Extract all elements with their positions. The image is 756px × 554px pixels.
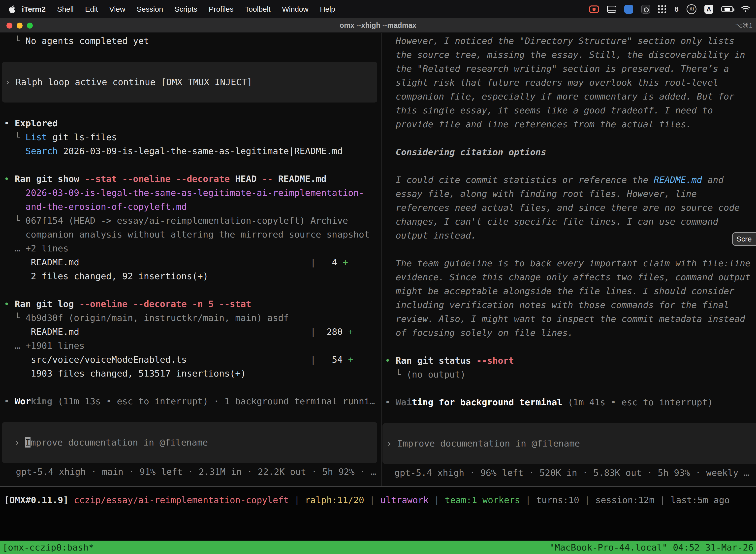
terminal-line: changes, I can't cite specific file line… <box>381 215 756 229</box>
text-run: mprove documentation in @filename <box>30 437 208 447</box>
window-manager-icon[interactable] <box>607 6 616 13</box>
text-run: (11m 13s • esc to interrupt) · 1 backgro… <box>52 396 375 406</box>
terminal-area: └ No agents completed yet› Ralph loop ac… <box>0 33 756 486</box>
text-run: git status <box>417 355 476 366</box>
text-run: provide file and line references from th… <box>385 119 691 129</box>
text-run: | <box>429 495 445 505</box>
grid-dots-icon[interactable] <box>658 5 667 13</box>
terminal-line: • Ran git status --short <box>381 354 756 368</box>
text-run: However, I noticed the "Directory Struct… <box>385 36 735 46</box>
menu-item-scripts[interactable]: Scripts <box>169 5 203 13</box>
menu-item-session[interactable]: Session <box>131 5 169 13</box>
screen-notification-popup[interactable]: Scre <box>732 232 756 246</box>
text-run: companion file, especially if more comme… <box>385 91 735 102</box>
terminal-line: the "Related research writing" section i… <box>381 62 756 76</box>
battery-gauge-icon[interactable]: .61 <box>687 4 696 14</box>
text-run: references need actual files, and since … <box>385 203 740 213</box>
terminal-line: and-the-erosion-of-copyleft.md <box>0 200 381 214</box>
terminal-line: output instead. <box>381 229 756 242</box>
text-run: No agents completed yet <box>25 36 149 46</box>
terminal-line: src/voice/voiceModeEnabled.ts | 54 + <box>0 353 381 367</box>
window-title: omx --xhigh --madmax <box>339 21 416 30</box>
terminal-line: provide file and line references from th… <box>381 117 756 131</box>
text-run: output instead. <box>385 230 476 240</box>
text-run: -- <box>262 174 272 184</box>
minimize-window-button[interactable] <box>17 22 22 29</box>
screen-recording-indicator-icon[interactable] <box>589 5 599 13</box>
text-run: Improve documentation in @filename <box>397 438 580 448</box>
dark-app-icon[interactable] <box>641 5 650 14</box>
apple-menu-icon[interactable] <box>8 5 16 13</box>
blue-app-icon[interactable] <box>624 5 633 14</box>
tmux-session-window: [omx-cczip0:bash* <box>2 542 94 553</box>
terminal-line: including verification notes with those … <box>381 298 756 312</box>
text-run: | <box>654 495 671 505</box>
text-run: the "Related research writing" section i… <box>385 63 729 74</box>
text-run: evidence. Since this change only affects… <box>385 272 751 282</box>
blank-line <box>381 131 756 145</box>
text-run <box>4 188 25 198</box>
terminal-line: › Improve documentation in @filename <box>14 436 377 449</box>
menu-item-help[interactable]: Help <box>314 5 341 13</box>
text-run: essay file, along with finding root file… <box>385 189 697 199</box>
session-status-line: gpt-5.4 xhigh · main · 91% left · 2.31M … <box>0 465 381 479</box>
tmux-status-bar: [omx-cczip0:bash* "MacBook-Pro-44.local"… <box>0 541 756 554</box>
menubar-menus: iTerm2 ShellEditViewSessionScriptsProfil… <box>6 5 341 13</box>
menu-item-profiles[interactable]: Profiles <box>203 5 239 13</box>
text-run: + <box>348 327 354 337</box>
window-titlebar[interactable]: omx --xhigh --madmax ⌥⌘1 <box>0 18 756 33</box>
menu-item-view[interactable]: View <box>104 5 131 13</box>
text-run: ralph:11/20 <box>305 495 364 505</box>
battery-icon[interactable] <box>721 6 733 12</box>
window-controls <box>6 22 33 29</box>
prompt-input[interactable]: › Improve documentation in @filename <box>2 422 377 463</box>
menu-item-shell[interactable]: Shell <box>51 5 79 13</box>
terminal-line: However, I noticed the "Directory Struct… <box>381 34 756 48</box>
text-run: I <box>25 437 30 447</box>
text-run: 280 <box>316 327 348 337</box>
blank-line <box>0 103 381 116</box>
text-run: Considering citation options <box>385 147 546 157</box>
terminal-line: of focusing solely on file lines. <box>381 326 756 340</box>
text-run: git ls-files <box>47 132 117 142</box>
wifi-icon[interactable] <box>741 6 750 13</box>
key-overlay-icon[interactable]: 8 <box>674 5 679 13</box>
blank-line <box>381 242 756 257</box>
input-source-icon[interactable]: A <box>704 5 713 14</box>
terminal-line: companion analysis without altering the … <box>0 228 381 241</box>
menu-item-iterm2[interactable]: iTerm2 <box>20 5 51 13</box>
terminal-line: └ List git ls-files <box>0 130 381 144</box>
text-run: Ran <box>15 299 36 309</box>
text-run: 2 files changed, 92 insertions(+) <box>4 271 208 281</box>
text-run: --short <box>476 355 514 366</box>
menu-item-edit[interactable]: Edit <box>79 5 104 13</box>
text-run: session:12m <box>595 495 654 505</box>
text-run <box>4 146 25 156</box>
text-run: team:1 workers <box>445 495 520 505</box>
text-run: including verification notes with those … <box>385 300 729 310</box>
close-window-button[interactable] <box>6 22 12 29</box>
text-run: 2026-03-09-is-legal-the-same-as-legitima… <box>58 146 343 156</box>
text-run: last:5m ago <box>671 495 730 505</box>
omx-status-bar: [OMX#0.11.9] cczip/essay/ai-reimplementa… <box>0 487 756 541</box>
menu-item-toolbelt[interactable]: Toolbelt <box>239 5 276 13</box>
text-run <box>4 202 25 212</box>
text-run: (no output) <box>406 369 465 380</box>
blank-line <box>0 158 381 172</box>
text-run: [OMX#0.11.9] <box>4 495 68 505</box>
terminal-line: 2 files changed, 92 insertions(+) <box>0 269 381 283</box>
text-run: --oneline --decorate -n 5 --stat <box>79 299 251 309</box>
zoom-window-button[interactable] <box>27 22 33 29</box>
text-run: 54 <box>316 354 348 365</box>
text-run: The team guideline is to back every impo… <box>385 258 751 268</box>
terminal-line: slight risk that future readers may over… <box>381 76 756 90</box>
text-run: HEAD <box>230 174 262 184</box>
terminal-pane-left[interactable]: └ No agents completed yet› Ralph loop ac… <box>0 33 381 486</box>
text-run: ting for background terminal <box>412 397 562 407</box>
prompt-input[interactable]: › Improve documentation in @filename <box>382 423 756 464</box>
terminal-line: • Working (11m 13s • esc to interrupt) ·… <box>0 394 381 408</box>
text-run: └ <box>4 132 25 142</box>
text-run: and-the-erosion-of-copyleft.md <box>25 202 187 212</box>
terminal-pane-right[interactable]: However, I noticed the "Directory Struct… <box>381 33 756 486</box>
menu-item-window[interactable]: Window <box>276 5 314 13</box>
